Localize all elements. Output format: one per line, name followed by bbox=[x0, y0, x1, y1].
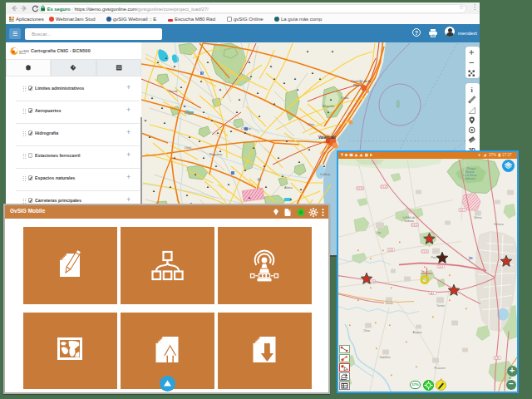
svg-text:Onda: Onda bbox=[341, 96, 349, 100]
svg-text:CV-1: CV-1 bbox=[460, 208, 466, 211]
svg-text:Vallbona: Vallbona bbox=[404, 219, 414, 222]
svg-text:Godelleta: Godelleta bbox=[380, 355, 391, 358]
svg-text:Utiel: Utiel bbox=[185, 146, 191, 150]
svg-text:CV-6: CV-6 bbox=[388, 248, 394, 251]
svg-text:Chiva: Chiva bbox=[363, 328, 370, 332]
svg-text:CV-25: CV-25 bbox=[381, 185, 387, 188]
svg-text:Llíria: Llíria bbox=[308, 123, 315, 126]
svg-text:17:27: 17:27 bbox=[502, 153, 512, 157]
svg-text:València: València bbox=[318, 135, 334, 140]
svg-text:Chelva: Chelva bbox=[241, 127, 252, 131]
svg-text:CV-31: CV-31 bbox=[421, 249, 428, 253]
svg-text:Requena: Requena bbox=[209, 153, 223, 156]
svg-text:Calderona: Calderona bbox=[463, 177, 475, 180]
svg-text:A-3: A-3 bbox=[431, 291, 435, 294]
svg-text:i: i bbox=[471, 86, 474, 94]
svg-text:V-31: V-31 bbox=[495, 356, 500, 359]
svg-text:37%: 37% bbox=[489, 153, 496, 157]
svg-text:Plana: Plana bbox=[353, 83, 362, 87]
svg-text:CV-3: CV-3 bbox=[438, 264, 444, 268]
svg-text:Picassent: Picassent bbox=[434, 366, 445, 369]
svg-text:Valencia: Valencia bbox=[494, 222, 504, 225]
svg-text:Segorbe: Segorbe bbox=[323, 105, 334, 108]
svg-text:gvSIG: gvSIG bbox=[19, 49, 29, 53]
svg-text:Teruel: Teruel bbox=[169, 90, 177, 93]
svg-text:CV-35: CV-35 bbox=[357, 186, 363, 190]
svg-text:Torrent: Torrent bbox=[436, 303, 445, 307]
svg-text:Cullera: Cullera bbox=[320, 173, 331, 176]
svg-text:CV-21: CV-21 bbox=[411, 223, 418, 226]
svg-text:Alzira: Alzira bbox=[284, 186, 293, 190]
svg-text:Cheste: Cheste bbox=[385, 301, 393, 304]
svg-text:Bétera: Bétera bbox=[475, 215, 482, 219]
svg-text:Llíria: Llíria bbox=[376, 230, 382, 234]
svg-text:Alaquàs: Alaquàs bbox=[413, 330, 422, 333]
